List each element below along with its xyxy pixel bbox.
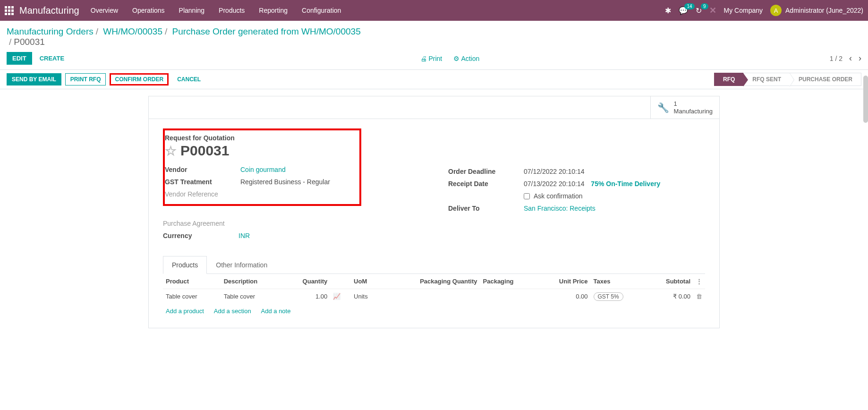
- user-menu[interactable]: A Administrator (June_2022): [770, 5, 863, 16]
- print-icon: 🖨: [420, 55, 427, 62]
- print-dropdown[interactable]: 🖨 Print: [420, 55, 443, 62]
- menu-reporting[interactable]: Reporting: [259, 7, 288, 14]
- tabs: Products Other Information: [163, 256, 705, 274]
- conv-badge: 14: [684, 3, 694, 9]
- forecast-icon[interactable]: 📈: [333, 293, 340, 300]
- module-name[interactable]: Manufacturing: [19, 5, 79, 16]
- cell-subtotal: ₹ 0.00: [646, 289, 693, 304]
- pager-next-icon[interactable]: ›: [859, 53, 861, 63]
- wrench-icon: 🔧: [657, 102, 669, 113]
- gst-value: Registered Business - Regular: [240, 178, 354, 186]
- main-menu: Overview Operations Planning Products Re…: [91, 7, 665, 14]
- cell-uom: Units: [351, 289, 382, 304]
- cell-unit-price: 0.00: [537, 289, 591, 304]
- breadcrumb-area: Manufacturing Orders/ WH/MO/00035/ Purch…: [0, 21, 868, 47]
- currency-link[interactable]: INR: [238, 232, 250, 239]
- bc-manufacturing-orders[interactable]: Manufacturing Orders: [7, 26, 94, 36]
- cancel-button[interactable]: CANCEL: [172, 73, 205, 85]
- vendor-link[interactable]: Coin gourmand: [240, 166, 286, 173]
- purchase-agreement-label: Purchase Agreement: [163, 220, 234, 227]
- th-quantity: Quantity: [282, 274, 330, 289]
- tab-other[interactable]: Other Information: [207, 256, 276, 274]
- pager: 1 / 2: [830, 55, 842, 62]
- avatar: A: [770, 5, 782, 16]
- deadline-value: 07/12/2022 20:10:14: [524, 168, 705, 175]
- print-rfq-button[interactable]: PRINT RFQ: [65, 73, 106, 85]
- confirm-order-button[interactable]: CONFIRM ORDER: [110, 73, 169, 85]
- activity-badge: 9: [701, 3, 708, 9]
- table-row[interactable]: Table cover Table cover 1.00 📈 Units 0.0…: [163, 289, 705, 304]
- th-description: Description: [221, 274, 283, 289]
- cell-product: Table cover: [163, 289, 221, 304]
- bc-po-generated[interactable]: Purchase Order generated from WH/MO/0003…: [172, 26, 361, 36]
- delivery-pct[interactable]: 75% On-Time Delivery: [591, 180, 660, 188]
- add-section-link[interactable]: Add a section: [214, 308, 251, 315]
- send-email-button[interactable]: SEND BY EMAIL: [7, 73, 61, 85]
- activities-icon[interactable]: ↻9: [696, 6, 702, 15]
- close-icon[interactable]: ✕: [709, 5, 716, 16]
- menu-planning[interactable]: Planning: [179, 7, 205, 14]
- delete-row-icon[interactable]: 🗑: [696, 293, 702, 300]
- sheet-header: 🔧 1 Manufacturing: [149, 96, 719, 119]
- breadcrumb: Manufacturing Orders/ WH/MO/00035/ Purch…: [7, 26, 861, 47]
- navbar-right: ✱ 💬14 ↻9 ✕ My Company A Administrator (J…: [665, 5, 863, 16]
- tab-products[interactable]: Products: [163, 256, 207, 274]
- vendor-label: Vendor: [165, 166, 236, 173]
- navbar: Manufacturing Overview Operations Planni…: [0, 0, 868, 21]
- th-packaging: Packaging: [480, 274, 537, 289]
- control-bar: EDIT CREATE 🖨 Print ⚙ Action 1 / 2 ‹ ›: [0, 47, 868, 69]
- tax-chip[interactable]: GST 5%: [594, 292, 623, 301]
- company-selector[interactable]: My Company: [724, 7, 763, 14]
- user-name: Administrator (June_2022): [785, 7, 863, 14]
- vendor-ref-label: Vendor Reference: [165, 190, 236, 198]
- stat-count: 1: [674, 100, 713, 108]
- gear-icon: ⚙: [453, 55, 460, 62]
- stage-rfq-sent[interactable]: RFQ SENT: [743, 73, 790, 86]
- order-lines-table: Product Description Quantity UoM Packagi…: [163, 274, 705, 318]
- th-subtotal: Subtotal: [646, 274, 693, 289]
- add-product-link[interactable]: Add a product: [166, 308, 204, 315]
- status-stages: RFQ RFQ SENT PURCHASE ORDER: [715, 73, 861, 86]
- scrollbar[interactable]: [863, 76, 868, 123]
- receipt-label: Receipt Date: [448, 180, 519, 188]
- add-note-link[interactable]: Add a note: [261, 308, 291, 315]
- menu-operations[interactable]: Operations: [132, 7, 164, 14]
- conversations-icon[interactable]: 💬14: [679, 6, 688, 15]
- stage-rfq[interactable]: RFQ: [714, 73, 744, 86]
- record-name: P00031: [180, 143, 229, 159]
- menu-configuration[interactable]: Configuration: [302, 7, 341, 14]
- ask-confirmation-checkbox[interactable]: Ask confirmation: [524, 192, 705, 200]
- gst-label: GST Treatment: [165, 178, 236, 186]
- bc-mo[interactable]: WH/MO/00035: [103, 26, 162, 36]
- stage-purchase-order[interactable]: PURCHASE ORDER: [790, 73, 861, 86]
- th-uom: UoM: [351, 274, 382, 289]
- priority-star-icon[interactable]: ☆: [165, 143, 177, 159]
- receipt-value: 07/13/2022 20:10:14: [524, 180, 584, 188]
- deadline-label: Order Deadline: [448, 168, 519, 175]
- deliver-link[interactable]: San Francisco: Receipts: [524, 205, 596, 212]
- th-product: Product: [163, 274, 221, 289]
- status-bar: SEND BY EMAIL PRINT RFQ CONFIRM ORDER CA…: [0, 69, 868, 89]
- edit-button[interactable]: EDIT: [7, 52, 32, 65]
- stat-label: Manufacturing: [674, 108, 713, 115]
- manufacturing-stat-button[interactable]: 🔧 1 Manufacturing: [650, 96, 719, 119]
- pager-prev-icon[interactable]: ‹: [849, 53, 852, 63]
- menu-products[interactable]: Products: [219, 7, 245, 14]
- form-sheet: 🔧 1 Manufacturing Request for Quotation …: [148, 96, 720, 328]
- cell-description: Table cover: [221, 289, 283, 304]
- title-highlight: Request for Quotation ☆ P00031 Vendor Co…: [163, 128, 361, 206]
- action-dropdown[interactable]: ⚙ Action: [453, 55, 479, 62]
- menu-overview[interactable]: Overview: [91, 7, 118, 14]
- th-taxes: Taxes: [591, 274, 646, 289]
- rfq-label: Request for Quotation: [165, 134, 354, 142]
- bc-current: P00031: [14, 37, 45, 47]
- create-button[interactable]: CREATE: [34, 52, 70, 65]
- deliver-label: Deliver To: [448, 205, 519, 212]
- apps-icon[interactable]: [5, 6, 14, 15]
- bug-icon[interactable]: ✱: [665, 6, 671, 15]
- ask-confirm-input[interactable]: [524, 193, 530, 199]
- columns-kebab-icon[interactable]: ⋮: [696, 278, 702, 285]
- cell-quantity: 1.00: [282, 289, 330, 304]
- th-unit-price: Unit Price: [537, 274, 591, 289]
- th-pkg-qty: Packaging Quantity: [382, 274, 480, 289]
